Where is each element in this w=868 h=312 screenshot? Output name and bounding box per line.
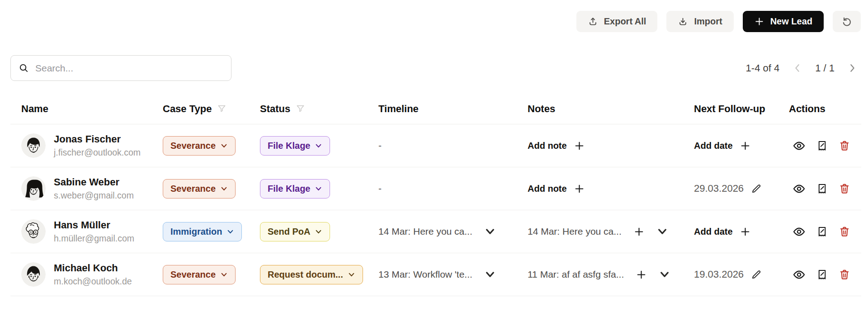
add-note-button[interactable] — [633, 226, 645, 237]
status-badge[interactable]: File Klage — [260, 179, 330, 199]
lead-name: Jonas Fischer — [54, 133, 141, 145]
refresh-button[interactable] — [833, 11, 861, 32]
search-box — [10, 55, 231, 81]
pagination: 1-4 of 4 1 / 1 — [746, 62, 858, 74]
export-all-button[interactable]: Export All — [576, 11, 658, 32]
view-button[interactable] — [793, 182, 806, 195]
chevron-down-icon — [315, 185, 322, 193]
next-page-button[interactable] — [847, 62, 858, 74]
add-note-button[interactable]: Add note — [528, 183, 585, 194]
edit-note-button[interactable] — [816, 140, 828, 152]
lead-email: s.weber@gmail.com — [54, 190, 134, 201]
new-lead-button[interactable]: New Lead — [743, 11, 824, 32]
column-header-case-type: Case Type — [163, 103, 260, 115]
delete-button[interactable] — [839, 140, 850, 151]
chevron-down-icon — [484, 269, 496, 280]
lead-name-cell: Michael Koch m.koch@outlook.de — [10, 262, 163, 287]
delete-button[interactable] — [839, 269, 850, 280]
column-header-actions: Actions — [789, 103, 861, 115]
edit-note-button[interactable] — [816, 269, 828, 281]
delete-button[interactable] — [839, 183, 850, 194]
expand-notes-button[interactable] — [659, 269, 670, 280]
search-input[interactable] — [35, 63, 223, 74]
note-edit-icon — [816, 183, 828, 195]
edit-date-button[interactable] — [750, 183, 762, 194]
add-note-button[interactable] — [636, 269, 647, 280]
case-type-label: Immigration — [170, 227, 222, 237]
column-label: Timeline — [378, 103, 419, 115]
plus-icon — [636, 269, 647, 280]
expand-timeline-button[interactable] — [484, 269, 496, 280]
status-cell: Request docum... — [260, 265, 378, 284]
case-type-cell: Severance — [163, 136, 260, 156]
column-label: Next Follow-up — [694, 103, 765, 115]
followup-cell: 29.03.2026 — [694, 183, 789, 194]
case-type-filter-button[interactable] — [217, 104, 227, 114]
filter-icon — [295, 104, 306, 114]
eye-icon — [793, 182, 806, 195]
import-button[interactable]: Import — [666, 11, 733, 32]
upload-icon — [588, 16, 598, 27]
chevron-left-icon — [792, 62, 803, 74]
followup-date: 29.03.2026 — [694, 183, 744, 194]
actions-cell — [789, 182, 861, 195]
status-filter-button[interactable] — [295, 104, 306, 114]
status-label: File Klage — [268, 141, 310, 151]
timeline-cell: - — [378, 183, 528, 194]
new-lead-label: New Lead — [770, 16, 812, 27]
timeline-cell: 13 Mar: Workflow 'te... — [378, 269, 528, 280]
case-type-badge[interactable]: Severance — [163, 179, 236, 199]
followup-cell: Add date — [694, 226, 789, 237]
expand-timeline-button[interactable] — [484, 226, 496, 237]
followup-cell: 19.03.2026 — [694, 269, 789, 280]
trash-icon — [839, 226, 850, 237]
timeline-text: - — [378, 140, 382, 151]
lead-email: m.koch@outlook.de — [54, 276, 132, 287]
edit-date-button[interactable] — [750, 269, 762, 280]
expand-notes-button[interactable] — [656, 226, 668, 237]
lead-name-cell: Sabine Weber s.weber@gmail.com — [10, 176, 163, 201]
pencil-icon — [750, 183, 762, 194]
delete-button[interactable] — [839, 226, 850, 237]
add-date-button[interactable]: Add date — [694, 140, 751, 151]
import-label: Import — [694, 16, 722, 27]
eye-icon — [793, 139, 806, 152]
chevron-down-icon — [656, 226, 668, 237]
table-row: Jonas Fischer j.fischer@outlook.com Seve… — [10, 124, 861, 167]
case-type-badge[interactable]: Immigration — [163, 222, 242, 241]
plus-icon — [754, 16, 764, 27]
chevron-down-icon — [220, 271, 228, 279]
prev-page-button[interactable] — [792, 62, 803, 74]
lead-name: Michael Koch — [54, 262, 132, 274]
view-button[interactable] — [793, 139, 806, 152]
view-button[interactable] — [793, 225, 806, 238]
case-type-badge[interactable]: Severance — [163, 265, 236, 284]
chevron-right-icon — [847, 62, 858, 74]
column-label: Name — [21, 103, 48, 115]
search-row: 1-4 of 4 1 / 1 — [10, 55, 858, 81]
table-row: Hans Müller h.müller@gmail.com Immigrati… — [10, 210, 861, 253]
avatar — [21, 219, 46, 244]
add-note-button[interactable]: Add note — [528, 140, 585, 151]
status-cell: File Klage — [260, 179, 378, 199]
status-badge[interactable]: File Klage — [260, 136, 330, 156]
edit-note-button[interactable] — [816, 183, 828, 195]
note-text: 14 Mar: Here you ca... — [528, 226, 622, 237]
case-type-badge[interactable]: Severance — [163, 136, 236, 156]
note-edit-icon — [816, 226, 828, 238]
lead-name: Sabine Weber — [54, 176, 134, 188]
notes-cell: 11 Mar: af af asfg sfa... — [528, 269, 694, 280]
view-button[interactable] — [793, 268, 806, 281]
plus-icon — [740, 140, 751, 151]
avatar — [21, 262, 46, 287]
leads-table: Name Case Type Status Timeline Notes Nex… — [10, 94, 861, 296]
edit-note-button[interactable] — [816, 226, 828, 238]
add-date-button[interactable]: Add date — [694, 226, 751, 237]
status-badge[interactable]: Request docum... — [260, 265, 363, 284]
case-type-cell: Severance — [163, 179, 260, 199]
pencil-icon — [750, 269, 762, 280]
download-icon — [678, 16, 688, 27]
status-badge[interactable]: Send PoA — [260, 222, 330, 241]
table-header: Name Case Type Status Timeline Notes Nex… — [10, 94, 861, 124]
column-header-timeline: Timeline — [378, 103, 528, 115]
